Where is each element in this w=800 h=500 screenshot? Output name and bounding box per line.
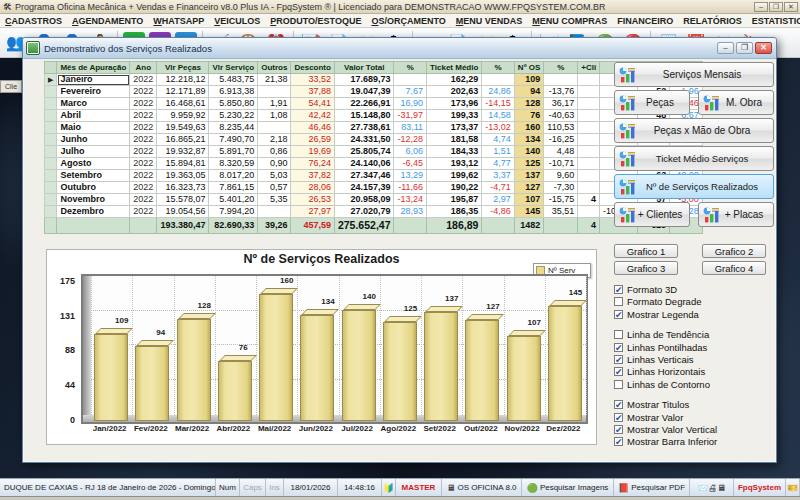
status-search-pdf-icon: 📕: [618, 483, 629, 493]
checkbox-linhas-horizontais[interactable]: ✔Linhas Horizontais: [614, 366, 705, 377]
row-selector: [45, 146, 57, 158]
bar-value-label: 140: [363, 292, 376, 301]
checkbox-mostrar-barra-inferior[interactable]: ✔Mostrar Barra Inferior: [614, 436, 717, 447]
checkbox-linha-de-tend-ncia[interactable]: Linha de Tendência: [614, 329, 709, 340]
table-row[interactable]: ▶Janeiro202212.218,125.483,7521,3833,521…: [45, 74, 703, 86]
column-header-cli[interactable]: +Cli: [578, 62, 600, 74]
column-header-valor-total[interactable]: Valor Total: [334, 62, 394, 74]
checkbox-mostrar-titulos[interactable]: ✔Mostrar Titulos: [614, 399, 689, 410]
button-placas[interactable]: + Placas: [698, 202, 774, 227]
status-search-images[interactable]: 🟢Pesquisar Imagens: [522, 479, 614, 496]
button-grafico-3[interactable]: Grafico 3: [614, 261, 678, 275]
column-header-[interactable]: %: [394, 62, 427, 74]
checkbox-box[interactable]: ✔: [614, 355, 623, 364]
bar-value-label: 107: [528, 318, 541, 327]
column-header-ticket-m-dio[interactable]: Ticket Médio: [427, 62, 482, 74]
checkbox-formato-3d[interactable]: ✔Formato 3D: [614, 284, 677, 295]
button-servi-os-mensais[interactable]: Serviços Mensais: [614, 62, 774, 87]
checkbox-box[interactable]: ✔: [614, 425, 623, 434]
button-pe-as-x-m-o-de-obra[interactable]: Peças x Mão de Obra: [614, 118, 774, 143]
window-close-button[interactable]: ✕: [755, 42, 772, 54]
checkbox-box[interactable]: ✔: [614, 400, 623, 409]
button-m-obra[interactable]: M. Obra: [698, 90, 774, 115]
bar-out-2022: [465, 320, 499, 421]
x-axis-label: Abr/2022: [211, 424, 256, 433]
table-row[interactable]: Abril20229.959,925.230,221,0842,4215.148…: [45, 110, 703, 122]
table-row[interactable]: Setembro202219.363,058.017,205,0337,8227…: [45, 170, 703, 182]
table-row[interactable]: Dezembro202219.054,567.994,2027,9727.020…: [45, 206, 703, 218]
column-header-vlr-pe-as[interactable]: Vlr Peças: [157, 62, 209, 74]
restore-button[interactable]: ❐: [769, 2, 783, 12]
table-row[interactable]: Outubro202216.323,737.861,150,5728,0624.…: [45, 182, 703, 194]
checkbox-box[interactable]: ✔: [614, 310, 623, 319]
menu-item-whatsapp[interactable]: WHATSAPP: [148, 16, 209, 26]
checkbox-box[interactable]: [614, 330, 623, 339]
column-header-[interactable]: %: [482, 62, 515, 74]
menu-item-os-or-amento[interactable]: OS/ORÇAMENTO: [366, 16, 450, 26]
menu-item-veiculos[interactable]: VEICULOS: [209, 16, 265, 26]
close-button[interactable]: ✕: [784, 2, 798, 12]
table-row[interactable]: Maio202219.549,638.235,4446,4627.738,618…: [45, 122, 703, 134]
button-clientes[interactable]: + Clientes: [614, 202, 690, 227]
menu-item-cadastros[interactable]: CADASTROS: [0, 16, 67, 26]
row-selector: [45, 170, 57, 182]
menu-item-estatistica[interactable]: ESTATISTICA: [747, 16, 800, 26]
checkbox-box[interactable]: ✔: [614, 285, 623, 294]
checkbox-box[interactable]: [614, 380, 623, 389]
checkbox-box[interactable]: ✔: [614, 413, 623, 422]
window-titlebar[interactable]: Demonstrativo dos Serviços Realizados –❐…: [23, 38, 776, 59]
column-header-m-s-de-apura-o[interactable]: Mês de Apuração: [57, 62, 130, 74]
button-grafico-1[interactable]: Grafico 1: [614, 244, 678, 258]
status-search-pdf[interactable]: 📕Pesquisar PDF: [614, 479, 690, 496]
menu-item-relat-rios[interactable]: RELATÓRIOS: [678, 16, 746, 26]
minimize-button[interactable]: –: [754, 2, 768, 12]
services-chart-panel: Nº de Serviços Realizados Nº Serv 109941…: [46, 249, 597, 445]
table-row[interactable]: Novembro202215.578,075.401,205,3526,5320…: [45, 194, 703, 206]
status-brand: FpqSystem: [734, 479, 786, 496]
table-row[interactable]: Julho202219.932,875.891,700,8619,6925.80…: [45, 146, 703, 158]
checkbox-box[interactable]: [614, 297, 623, 306]
bar-set-2022: [424, 312, 458, 421]
column-header-vlr-servi-o[interactable]: Vlr Serviço: [209, 62, 258, 74]
table-row[interactable]: Junho202216.865,217.490,702,1826,5924.33…: [45, 134, 703, 146]
checkbox-box[interactable]: ✔: [614, 343, 623, 352]
bar-ago-2022: [383, 322, 417, 421]
checkbox-mostrar-valor-vertical[interactable]: ✔Mostrar Valor Vertical: [614, 424, 717, 435]
bar-value-label: 76: [239, 343, 248, 352]
column-header-n-os[interactable]: Nº OS: [514, 62, 543, 74]
table-row[interactable]: Fevereiro202212.171,896.913,3837,8819.04…: [45, 86, 703, 98]
button-ticket-m-dio-servi-os[interactable]: Ticket Médio Serviços: [614, 146, 774, 171]
button-n-de-servi-os-realizados[interactable]: Nº de Serviços Realizados: [614, 174, 774, 199]
bar-value-label: 160: [280, 276, 293, 285]
checkbox-formato-degrade[interactable]: Formato Degrade: [614, 296, 701, 307]
column-header-outros[interactable]: Outros: [258, 62, 291, 74]
column-header-[interactable]: %: [544, 62, 578, 74]
column-header-desconto[interactable]: Desconto: [291, 62, 334, 74]
x-axis-label: Ago/2022: [376, 424, 421, 433]
menu-item-menu-compras[interactable]: MENU COMPRAS: [527, 16, 612, 26]
button-pe-as[interactable]: Peças: [614, 90, 690, 115]
checkbox-mostrar-valor[interactable]: ✔Mostrar Valor: [614, 412, 683, 423]
checkbox-linhas-pontilhadas[interactable]: ✔Linhas Pontilhadas: [614, 342, 707, 353]
checkbox-box[interactable]: ✔: [614, 367, 623, 376]
table-row[interactable]: Agosto202215.894,818.320,590,9076,2424.1…: [45, 158, 703, 170]
button-grafico-2[interactable]: Grafico 2: [702, 244, 766, 258]
menu-item-produto-estoque[interactable]: PRODUTO/ESTOQUE: [265, 16, 366, 26]
button-grafico-4[interactable]: Grafico 4: [702, 261, 766, 275]
window-icon: [26, 41, 40, 55]
status-caps-lock: Caps: [240, 479, 266, 496]
window-minimize-button[interactable]: –: [717, 42, 734, 54]
window-maximize-button[interactable]: ❐: [736, 42, 753, 54]
column-header-ano[interactable]: Ano: [130, 62, 157, 74]
table-row[interactable]: Marco202216.468,615.850,801,9154,4122.26…: [45, 98, 703, 110]
menu-item-menu-vendas[interactable]: MENU VENDAS: [451, 16, 528, 26]
clients-panel-chip[interactable]: Clie: [0, 80, 22, 93]
checkbox-mostrar-legenda[interactable]: ✔Mostrar Legenda: [614, 309, 699, 320]
menu-item-financeiro[interactable]: FINANCEIRO: [612, 16, 678, 26]
checkbox-box[interactable]: ✔: [614, 437, 623, 446]
report-window: Demonstrativo dos Serviços Realizados –❐…: [22, 37, 777, 463]
checkbox-linhas-verticais[interactable]: ✔Linhas Verticais: [614, 354, 694, 365]
menu-item-agendamento[interactable]: AGENDAMENTO: [67, 16, 148, 26]
checkbox-linhas-de-contorno[interactable]: Linhas de Contorno: [614, 379, 710, 390]
status-system: 🖥OS OFICINA 8.0: [442, 479, 522, 496]
